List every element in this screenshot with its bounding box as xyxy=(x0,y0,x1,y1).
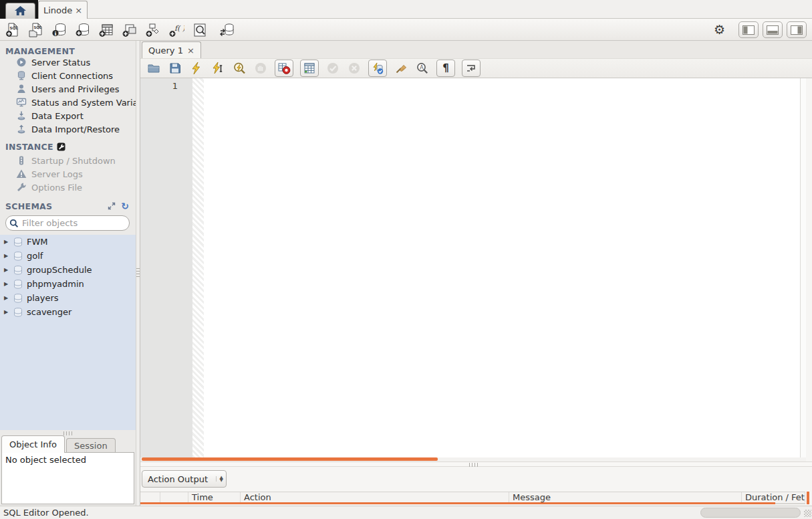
toggle-left-panel-button[interactable] xyxy=(738,21,759,38)
sidebar-item-server-logs[interactable]: Server Logs xyxy=(0,167,136,181)
expander-icon[interactable]: ▶ xyxy=(4,309,9,315)
column-header-action[interactable]: Action xyxy=(241,492,509,502)
open-sql-script-button[interactable]: SQL xyxy=(27,21,45,39)
new-table-button[interactable] xyxy=(98,21,115,39)
home-tab[interactable] xyxy=(5,3,35,19)
query-tabbar: Query 1 × xyxy=(140,41,812,58)
execute-button[interactable] xyxy=(189,61,204,76)
connection-tab[interactable]: Linode × xyxy=(38,1,88,19)
management-section-title: MANAGEMENT xyxy=(5,46,75,56)
rollback-button[interactable] xyxy=(347,61,362,76)
commit-button[interactable] xyxy=(325,61,340,76)
output-header-accent xyxy=(140,502,775,504)
svg-text:f( ): f( ) xyxy=(174,24,184,33)
sidebar-item-server-status[interactable]: Server Status xyxy=(0,56,136,69)
schema-row-groupschedule[interactable]: ▶ groupSchedule xyxy=(0,263,136,277)
toggle-stop-on-error-button[interactable] xyxy=(275,60,293,77)
sidebar-item-client-connections[interactable]: Client Connections xyxy=(0,69,136,82)
users-privileges-icon xyxy=(16,84,27,94)
stop-query-button[interactable] xyxy=(253,61,268,76)
find-button[interactable]: A xyxy=(415,61,430,76)
column-header-time[interactable]: Time xyxy=(188,492,241,502)
schema-row-phpmyadmin[interactable]: ▶ phpmyadmin xyxy=(0,277,136,291)
output-vertical-scrollbar[interactable] xyxy=(807,492,809,504)
svg-text:SQL: SQL xyxy=(33,25,41,29)
sidebar-item-users-privileges[interactable]: Users and Privileges xyxy=(0,82,136,96)
svg-text:SQL: SQL xyxy=(9,26,18,30)
editor-text-area[interactable] xyxy=(204,78,800,457)
schema-row-golf[interactable]: ▶ golf xyxy=(0,249,136,263)
server-logs-icon xyxy=(16,169,27,179)
new-view-button[interactable] xyxy=(121,21,138,39)
open-file-button[interactable] xyxy=(146,61,161,76)
new-query-tab-button[interactable]: SQL xyxy=(4,21,21,39)
schema-row-fwm[interactable]: ▶ FWM xyxy=(0,235,136,249)
editor-vertical-scrollbar[interactable] xyxy=(800,78,806,457)
output-horizontal-scrollbar[interactable] xyxy=(700,508,801,518)
new-connection-button[interactable] xyxy=(74,21,92,39)
schemas-header-icons: ↻ xyxy=(108,201,129,211)
sql-editor[interactable]: 1 xyxy=(140,78,806,457)
instance-section-title: INSTANCE xyxy=(5,142,65,152)
home-icon xyxy=(15,6,26,16)
expander-icon[interactable]: ▶ xyxy=(4,253,9,259)
explain-button[interactable] xyxy=(232,61,247,76)
sidebar-splitter[interactable] xyxy=(136,41,140,506)
window-resize-grip[interactable] xyxy=(804,510,811,517)
expander-icon[interactable]: ▶ xyxy=(4,267,9,273)
new-function-button[interactable]: f( ) xyxy=(168,21,185,39)
column-header-duration-fetch[interactable]: Duration / Fetch xyxy=(742,492,805,502)
output-selector[interactable]: Action Output ▲▼ xyxy=(142,470,227,488)
toggle-autocommit-button[interactable] xyxy=(368,60,387,77)
object-info-text: No object selected xyxy=(5,455,86,465)
refresh-schemas-icon[interactable]: ↻ xyxy=(121,201,129,211)
sidebar-item-options-file[interactable]: Options File xyxy=(0,181,136,194)
info-panel-tabs: Object Info Session xyxy=(1,435,116,453)
close-icon[interactable]: × xyxy=(74,5,82,15)
column-header-blank1[interactable] xyxy=(140,492,160,502)
schema-row-players[interactable]: ▶ players xyxy=(0,291,136,305)
schemas-section-title: SCHEMAS xyxy=(5,201,52,211)
limit-rows-button[interactable] xyxy=(300,60,319,77)
close-icon[interactable]: × xyxy=(186,45,194,56)
schema-filter-input[interactable] xyxy=(22,218,136,228)
schema-row-scavenger[interactable]: ▶ scavenger xyxy=(0,305,136,319)
column-header-message[interactable]: Message xyxy=(509,492,742,502)
toggle-bottom-panel-button[interactable] xyxy=(763,21,783,38)
data-export-icon xyxy=(16,110,27,121)
toggle-wrap-button[interactable] xyxy=(462,60,481,77)
svg-text:A: A xyxy=(420,64,424,71)
sidebar-item-system-variables[interactable]: Status and System Variables xyxy=(0,96,136,109)
new-routine-button[interactable] xyxy=(144,21,162,39)
search-data-button[interactable] xyxy=(191,21,209,39)
query-tab[interactable]: Query 1 × xyxy=(142,41,201,58)
show-invisible-characters-button[interactable]: ¶ xyxy=(436,60,455,77)
tab-session[interactable]: Session xyxy=(66,438,116,453)
scrollbar-thumb[interactable] xyxy=(142,457,438,461)
sidebar-item-startup-shutdown[interactable]: Startup / Shutdown xyxy=(0,154,136,167)
schema-filter[interactable] xyxy=(5,215,130,231)
output-splitter[interactable] xyxy=(140,461,812,467)
expand-schemas-icon[interactable] xyxy=(108,202,116,210)
beautify-button[interactable] xyxy=(394,61,408,76)
column-header-blank2[interactable] xyxy=(160,492,188,502)
expander-icon[interactable]: ▶ xyxy=(4,281,9,287)
toggle-right-panel-button[interactable] xyxy=(787,21,807,38)
line-number: 1 xyxy=(172,81,178,91)
execute-current-statement-button[interactable] xyxy=(211,61,225,76)
output-selector-label: Action Output xyxy=(148,474,208,484)
tab-object-info[interactable]: Object Info xyxy=(1,435,65,453)
schema-icon xyxy=(13,237,23,247)
instance-wrench-badge-icon xyxy=(57,142,65,151)
output-panel: Action Output ▲▼ Time Action Message Dur… xyxy=(140,467,812,506)
inspect-database-button[interactable]: i xyxy=(51,21,68,39)
connection-tabbar: Linode × xyxy=(0,0,812,19)
save-script-button[interactable] xyxy=(168,61,182,76)
expander-icon[interactable]: ▶ xyxy=(4,295,9,301)
expander-icon[interactable]: ▶ xyxy=(4,239,9,245)
sidebar-item-data-import[interactable]: Data Import/Restore xyxy=(0,122,136,136)
admin-gear-icon[interactable]: ⚙ xyxy=(714,23,725,36)
sidebar-item-data-export[interactable]: Data Export xyxy=(0,109,136,122)
reconnect-dbms-button[interactable] xyxy=(219,21,236,39)
schema-icon xyxy=(13,251,23,262)
